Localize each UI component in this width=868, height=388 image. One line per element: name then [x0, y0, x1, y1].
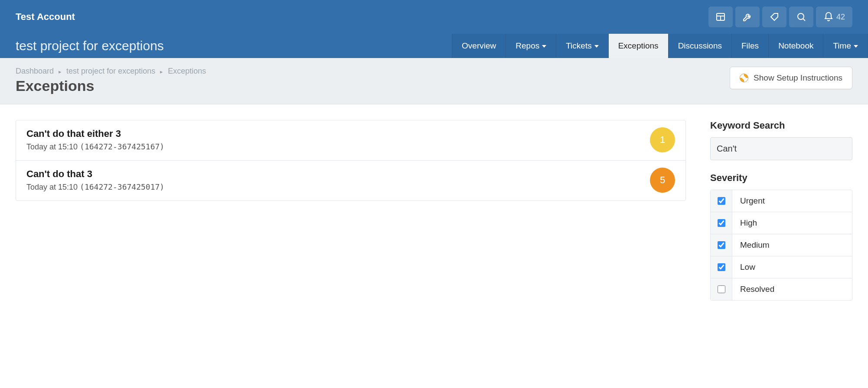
tab-label: Tickets: [566, 41, 591, 51]
severity-checkbox-cell: [711, 212, 732, 234]
show-setup-instructions-button[interactable]: Show Setup Instructions: [730, 67, 852, 89]
exception-list: Can't do that either 3Today at 15:10 (16…: [16, 120, 686, 201]
severity-row: Low: [711, 256, 852, 278]
keyword-search-heading: Keyword Search: [710, 120, 852, 131]
breadcrumb-dashboard[interactable]: Dashboard: [16, 67, 54, 75]
severity-label[interactable]: High: [732, 212, 852, 234]
severity-label[interactable]: Resolved: [732, 278, 852, 300]
wrench-icon-button[interactable]: [735, 6, 760, 27]
breadcrumb-current: Exceptions: [168, 67, 206, 75]
exception-title: Can't do that 3: [26, 168, 164, 180]
tab-discussions[interactable]: Discussions: [669, 34, 732, 58]
tab-exceptions[interactable]: Exceptions: [609, 34, 669, 58]
tab-label: Exceptions: [618, 41, 659, 51]
exception-info: Can't do that 3Today at 15:10 (164272-36…: [26, 168, 164, 192]
exception-info: Can't do that either 3Today at 15:10 (16…: [26, 128, 164, 152]
tab-label: Discussions: [678, 41, 722, 51]
svg-line-4: [803, 19, 806, 21]
exception-count-badge: 5: [650, 168, 675, 193]
tab-label: Overview: [462, 41, 496, 51]
tag-icon-button[interactable]: [762, 6, 786, 27]
content: Can't do that either 3Today at 15:10 (16…: [0, 104, 868, 318]
chevron-down-icon: [854, 45, 858, 48]
severity-checkbox-cell: [711, 256, 732, 278]
tabs: OverviewReposTicketsExceptionsDiscussion…: [452, 34, 868, 58]
chevron-down-icon: [542, 45, 546, 48]
exception-row[interactable]: Can't do that either 3Today at 15:10 (16…: [16, 120, 685, 161]
severity-label[interactable]: Low: [732, 256, 852, 278]
keyword-search-input[interactable]: [710, 137, 852, 160]
severity-checkbox-cell: [711, 190, 732, 212]
tab-overview[interactable]: Overview: [452, 34, 506, 58]
account-name[interactable]: Test Account: [16, 11, 75, 23]
tab-files[interactable]: Files: [732, 34, 769, 58]
filters-column: Keyword Search Severity UrgentHighMedium…: [710, 120, 852, 301]
notifications-button[interactable]: 42: [816, 6, 852, 27]
severity-checkbox[interactable]: [718, 241, 725, 249]
chevron-down-icon: [594, 45, 599, 48]
severity-row: Resolved: [711, 278, 852, 300]
tab-tickets[interactable]: Tickets: [556, 34, 608, 58]
topbar: Test Account 42: [0, 0, 868, 34]
severity-checkbox[interactable]: [718, 197, 725, 205]
exception-row[interactable]: Can't do that 3Today at 15:10 (164272-36…: [16, 161, 685, 200]
severity-checkbox-cell: [711, 278, 732, 300]
severity-checkbox[interactable]: [718, 285, 725, 293]
lifesaver-icon: [740, 74, 748, 82]
severity-row: Medium: [711, 234, 852, 256]
severity-checkbox[interactable]: [718, 263, 725, 271]
exceptions-column: Can't do that either 3Today at 15:10 (16…: [16, 120, 686, 301]
tab-repos[interactable]: Repos: [506, 34, 556, 58]
tab-notebook[interactable]: Notebook: [769, 34, 823, 58]
severity-row: High: [711, 212, 852, 234]
tab-label: Time: [833, 41, 851, 51]
severity-checkbox-cell: [711, 234, 732, 256]
search-icon-button[interactable]: [789, 6, 813, 27]
browser-icon: [715, 12, 726, 22]
tab-time[interactable]: Time: [823, 34, 868, 58]
browser-icon-button[interactable]: [708, 6, 733, 27]
severity-label[interactable]: Medium: [732, 234, 852, 256]
bell-icon: [823, 12, 834, 22]
setup-button-label: Show Setup Instructions: [754, 73, 842, 83]
tab-label: Notebook: [778, 41, 813, 51]
page-title: Exceptions: [16, 78, 206, 94]
topbar-icons: 42: [708, 6, 852, 27]
project-title[interactable]: test project for exceptions: [16, 34, 164, 58]
projectbar: test project for exceptions OverviewRepo…: [0, 34, 868, 58]
tab-label: Repos: [516, 41, 539, 51]
breadcrumb-project[interactable]: test project for exceptions: [66, 67, 155, 75]
svg-point-3: [798, 13, 804, 19]
exception-meta: Today at 15:10 (164272-367425017): [26, 182, 164, 192]
exception-count-badge: 1: [650, 127, 675, 152]
severity-list: UrgentHighMediumLowResolved: [710, 190, 852, 301]
page-header-band: Dashboard ▸ test project for exceptions …: [0, 58, 868, 104]
tab-label: Files: [741, 41, 759, 51]
exception-title: Can't do that either 3: [26, 128, 164, 139]
severity-checkbox[interactable]: [718, 219, 725, 227]
severity-heading: Severity: [710, 172, 852, 184]
notification-count: 42: [836, 13, 845, 22]
breadcrumb: Dashboard ▸ test project for exceptions …: [16, 67, 206, 76]
wrench-icon: [742, 12, 753, 22]
exception-meta: Today at 15:10 (164272-367425167): [26, 142, 164, 152]
search-icon: [796, 12, 806, 22]
severity-row: Urgent: [711, 190, 852, 212]
severity-label[interactable]: Urgent: [732, 190, 852, 212]
tag-icon: [769, 12, 780, 22]
